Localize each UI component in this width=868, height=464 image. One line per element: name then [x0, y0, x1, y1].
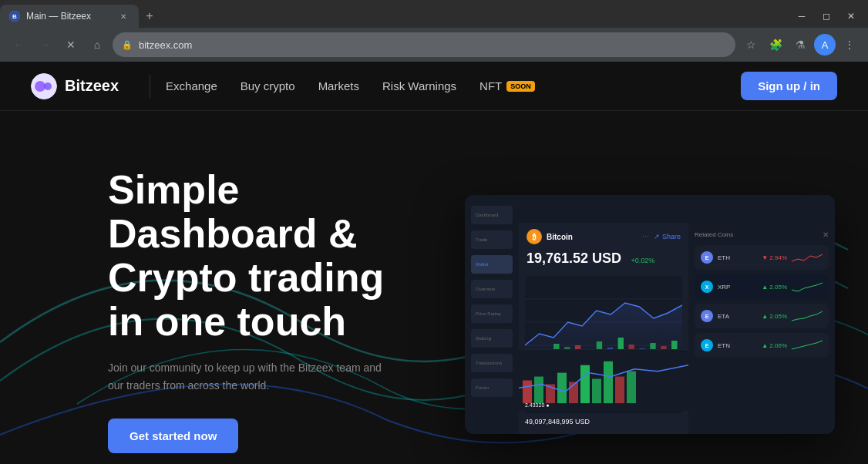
sidebar-staking: Staking	[471, 329, 513, 348]
sidebar-transactions: Transactions	[471, 354, 513, 372]
site-logo[interactable]: Bitzeex	[31, 73, 119, 99]
nav-divider	[150, 75, 150, 98]
coin-price: 19,761.52 USD	[527, 250, 621, 266]
eth-name: ETH	[718, 254, 757, 261]
eth2-name: ETA	[718, 313, 757, 320]
sidebar-overview: Overview	[471, 280, 513, 298]
nav-nft[interactable]: NFT SOON	[479, 79, 535, 92]
svg-rect-26	[557, 373, 567, 404]
back-button[interactable]: ←	[8, 34, 29, 55]
logo-text: Bitzeex	[65, 77, 119, 95]
sidebar-wallet: Wallet	[471, 255, 513, 274]
svg-rect-23	[523, 381, 532, 404]
svg-point-3	[35, 81, 45, 92]
tab-bar: B Main — Bitzeex ✕ + ─ ◻ ✕	[0, 0, 868, 28]
dash-sidebar: Dashboard Trade Wallet Overview Price Ra…	[465, 195, 519, 434]
minimize-button[interactable]: ─	[791, 5, 812, 27]
svg-rect-24	[534, 377, 543, 404]
nav-markets[interactable]: Markets	[318, 79, 359, 92]
svg-rect-28	[580, 365, 590, 403]
coin-name: Bitcoin	[547, 233, 573, 241]
nav-buy-crypto[interactable]: Buy crypto	[241, 79, 295, 92]
related-coins-title: Related Coins	[695, 231, 733, 238]
etn-name: ETN	[718, 342, 757, 349]
browser-chrome: B Main — Bitzeex ✕ + ─ ◻ ✕ ← → ✕ ⌂ 🔒 bit…	[0, 0, 868, 62]
reload-button[interactable]: ✕	[60, 34, 82, 55]
dash-bottom-value: 49,097,848,995 USD	[519, 418, 688, 425]
coin-header: ₿ Bitcoin ⋯ ↗ Share	[519, 223, 688, 250]
restore-button[interactable]: ◻	[816, 5, 837, 27]
svg-rect-32	[627, 372, 636, 403]
more-options-button[interactable]: ⋮	[839, 34, 860, 55]
nav-exchange[interactable]: Exchange	[166, 79, 217, 92]
browser-toolbar: ← → ✕ ⌂ 🔒 bitzeex.com ☆ 🧩 ⚗ A ⋮	[0, 28, 868, 62]
sidebar-price-rating: Price Rating	[471, 304, 513, 323]
nav-risk-warnings[interactable]: Risk Warnings	[382, 79, 456, 92]
bookmark-button[interactable]: ☆	[740, 34, 762, 55]
nav-links: Exchange Buy crypto Markets Risk Warning…	[166, 79, 741, 92]
svg-rect-31	[615, 377, 624, 404]
url-display: bitzeex.com	[139, 39, 726, 51]
address-bar[interactable]: 🔒 bitzeex.com	[113, 32, 735, 57]
dash-header	[465, 195, 835, 223]
tab-close-button[interactable]: ✕	[117, 10, 130, 22]
nft-badge: SOON	[506, 81, 535, 92]
dash-menu-icon: ⋯	[642, 233, 649, 240]
sidebar-trade: Trade	[471, 230, 513, 249]
hero-left-content: Simple Dashboard & Crypto trading in one…	[108, 168, 463, 454]
lock-icon: 🔒	[122, 40, 133, 50]
etn-change: ▲ 2.06%	[762, 342, 787, 349]
coin-card-eth1: E ETH ▼ 2.94%	[695, 245, 829, 270]
xrp-change: ▲ 2.05%	[762, 284, 787, 291]
xrp-name: XRP	[718, 284, 757, 291]
close-window-button[interactable]: ✕	[840, 5, 862, 27]
eth2-sparkline	[792, 308, 823, 324]
sidebar-dashboard: Dashboard	[471, 206, 513, 224]
eth-sparkline	[792, 250, 823, 265]
user-profile-icon[interactable]: A	[814, 34, 836, 55]
eth2-change: ▲ 2.05%	[762, 313, 787, 320]
coin-card-xrp: X XRP ▲ 2.05%	[695, 274, 829, 299]
eth-icon: E	[701, 251, 713, 264]
hero-title: Simple Dashboard & Crypto trading in one…	[108, 168, 463, 345]
svg-point-4	[44, 82, 52, 90]
xrp-sparkline	[792, 279, 823, 294]
coin-card-etn: E ETN ▲ 2.06%	[695, 333, 829, 358]
dashboard-mockup: Dashboard Trade Wallet Overview Price Ra…	[465, 195, 835, 434]
forward-button[interactable]: →	[34, 34, 56, 55]
home-button[interactable]: ⌂	[86, 34, 108, 55]
close-panel-icon: ✕	[823, 230, 829, 239]
site-navbar: Bitzeex Exchange Buy crypto Markets Risk…	[0, 62, 868, 111]
eth-change: ▼ 2.94%	[762, 254, 787, 261]
hero-section: Simple Dashboard & Crypto trading in one…	[0, 111, 868, 464]
bitcoin-icon: ₿	[527, 229, 542, 244]
related-coins-panel: Related Coins ✕ E ETH ▼ 2.94% X	[688, 223, 835, 434]
new-tab-button[interactable]: +	[139, 5, 160, 27]
window-controls: ─ ◻ ✕	[791, 5, 868, 27]
tab-favicon: B	[9, 11, 20, 22]
extensions-button[interactable]: 🧩	[765, 34, 786, 55]
hero-right-dashboard: Dashboard Trade Wallet Overview Price Ra…	[463, 187, 837, 434]
coin-card-eth2: E ETA ▲ 2.05%	[695, 304, 829, 328]
secondary-chart: 2.43320 ●	[519, 349, 688, 411]
hero-subtitle: Join our community to keep up with the B…	[108, 359, 385, 394]
dash-share-label: ↗ Share	[654, 233, 681, 240]
coin-price-area: 19,761.52 USD +0.02%	[519, 250, 688, 270]
get-started-button[interactable]: Get started now	[108, 419, 238, 453]
coin-price-change: +0.02%	[631, 257, 655, 264]
svg-rect-30	[604, 361, 613, 403]
tab-title: Main — Bitzeex	[26, 11, 111, 22]
toolbar-icons: ☆ 🧩 ⚗ A ⋮	[740, 34, 860, 55]
active-tab[interactable]: B Main — Bitzeex ✕	[0, 5, 139, 28]
sidebar-forum: Forum	[471, 378, 513, 397]
lab-button[interactable]: ⚗	[789, 34, 811, 55]
eth2-icon: E	[701, 310, 713, 322]
etn-sparkline	[792, 338, 823, 353]
website-content: Bitzeex Exchange Buy crypto Markets Risk…	[0, 62, 868, 464]
signup-button[interactable]: Sign up / in	[741, 72, 837, 100]
logo-icon	[31, 73, 57, 99]
profile-avatar[interactable]: A	[814, 34, 836, 55]
svg-rect-29	[592, 379, 601, 404]
etn-icon: E	[701, 339, 713, 351]
svg-text:B: B	[12, 13, 17, 20]
